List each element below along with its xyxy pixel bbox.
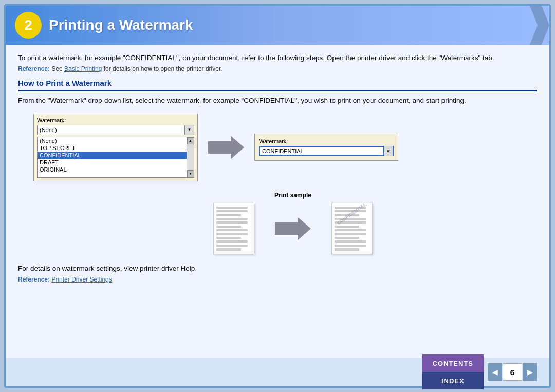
list-item[interactable]: DRAFT	[38, 159, 187, 166]
combo-value: (None)	[38, 127, 184, 133]
watermark-list[interactable]: (None) TOP SECRET CONFIDENTIAL DRAFT ORI…	[37, 137, 194, 178]
doc-line	[335, 229, 366, 231]
footer-paragraph: For details on watermark settings, view …	[18, 264, 537, 274]
watermarked-document: CONFIDENTIAL	[331, 203, 373, 254]
page-header: 2 Printing a Watermark	[6, 6, 549, 45]
watermark-combo-left[interactable]: (None) ▼	[37, 125, 194, 135]
footer-reference: Reference: Printer Driver Settings	[18, 276, 537, 283]
doc-line	[216, 207, 248, 209]
reference-suffix: for details on how to open the printer d…	[104, 65, 223, 72]
combo-dropdown-button[interactable]: ▼	[184, 125, 194, 135]
doc-line	[335, 245, 366, 247]
doc-line	[335, 214, 359, 216]
intro-reference: Reference: See Basic Printing for detail…	[18, 65, 537, 72]
watermark-combo-right[interactable]: CONFIDENTIAL ▼	[259, 146, 394, 156]
svg-marker-0	[208, 136, 244, 159]
doc-line	[335, 226, 359, 228]
arrow-right-icon	[208, 136, 244, 159]
watermark-label-right: Watermark:	[259, 138, 394, 144]
doc-line	[216, 210, 248, 212]
prev-page-button[interactable]: ◀	[488, 363, 502, 381]
doc-line	[335, 221, 366, 223]
plain-document	[213, 203, 254, 254]
list-item[interactable]: ORIGINAL	[38, 166, 187, 173]
header-nav-arrow	[530, 6, 549, 45]
doc-line	[335, 248, 359, 250]
page-container: 2 Printing a Watermark To print a waterm…	[4, 4, 551, 388]
doc-line	[216, 245, 248, 247]
doc-line	[216, 240, 248, 242]
print-sample-label: Print sample	[274, 192, 311, 199]
watermark-label-left: Watermark:	[37, 117, 194, 123]
doc-line	[216, 221, 248, 223]
list-scrollbar: ▲ ▼	[187, 137, 194, 177]
main-content: To print a watermark, for example "CONFI…	[6, 45, 549, 368]
print-sample-section: Print sample	[49, 192, 537, 254]
watermark-ui-left: Watermark: (None) ▼ (None) TOP SECRET CO…	[33, 114, 198, 181]
doc-line	[335, 218, 366, 220]
reference-text: See	[51, 65, 64, 72]
doc-line	[335, 240, 366, 242]
doc-line	[335, 210, 366, 212]
doc-line	[216, 214, 241, 216]
doc-line	[216, 218, 248, 220]
list-item-confidential[interactable]: CONFIDENTIAL	[38, 152, 187, 159]
scroll-down-button[interactable]: ▼	[187, 170, 194, 177]
doc-line	[335, 207, 366, 209]
combo-value-right: CONFIDENTIAL	[260, 148, 383, 154]
page-navigation: ◀ 6 ▶	[488, 363, 537, 381]
index-button[interactable]: INDEX	[422, 372, 484, 389]
printer-driver-settings-link[interactable]: Printer Driver Settings	[51, 276, 112, 283]
page-title: Printing a Watermark	[49, 17, 193, 33]
doc-line	[216, 226, 241, 228]
footer-reference-label: Reference:	[18, 276, 50, 283]
watermark-diagram: Watermark: (None) ▼ (None) TOP SECRET CO…	[33, 114, 537, 181]
list-item[interactable]: (None)	[38, 137, 187, 144]
section-heading: How to Print a Watermark	[18, 79, 112, 87]
intro-paragraph: To print a watermark, for example "CONFI…	[18, 53, 537, 63]
combo-dropdown-button-right[interactable]: ▼	[383, 146, 393, 156]
print-arrow-icon	[275, 217, 311, 240]
watermark-ui-right: Watermark: CONFIDENTIAL ▼	[254, 134, 398, 161]
list-item[interactable]: TOP SECRET	[38, 144, 187, 152]
page-number: 6	[503, 363, 522, 381]
svg-marker-1	[275, 217, 311, 240]
list-content: (None) TOP SECRET CONFIDENTIAL DRAFT ORI…	[38, 137, 194, 173]
bottom-nav-bar: CONTENTS INDEX ◀ 6 ▶	[6, 358, 549, 386]
doc-line	[216, 237, 241, 239]
print-sample-row: CONFIDENTIAL	[213, 203, 373, 254]
section-description: From the "Watermark" drop-down list, sel…	[18, 96, 537, 106]
section-divider: How to Print a Watermark	[18, 79, 537, 91]
contents-button[interactable]: CONTENTS	[422, 354, 484, 372]
next-page-button[interactable]: ▶	[523, 363, 537, 381]
doc-line	[216, 233, 248, 235]
chapter-number: 2	[15, 12, 42, 39]
doc-line	[335, 233, 366, 235]
basic-printing-link[interactable]: Basic Printing	[64, 65, 102, 72]
doc-line	[216, 248, 241, 250]
contents-index-buttons: CONTENTS INDEX	[422, 354, 484, 389]
reference-label: Reference:	[18, 65, 50, 72]
scroll-up-button[interactable]: ▲	[187, 137, 194, 144]
doc-line	[335, 237, 359, 239]
doc-line	[216, 229, 248, 231]
